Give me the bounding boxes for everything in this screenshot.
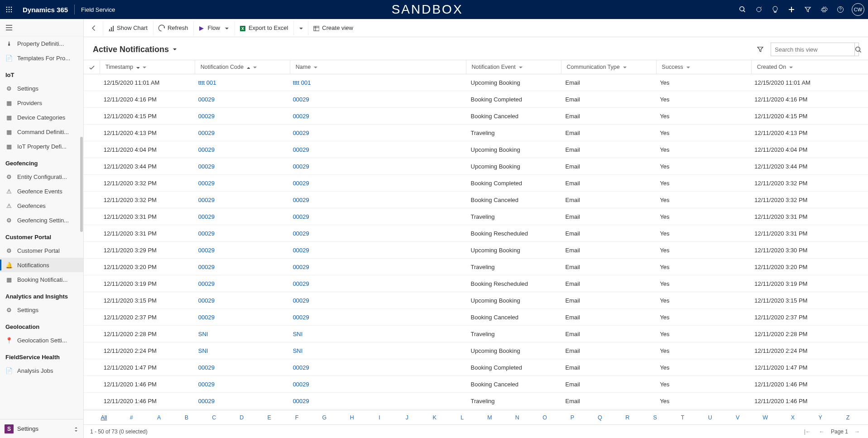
- sidebar-item[interactable]: 📄Analysis Jobs: [0, 363, 83, 378]
- sidebar-item[interactable]: ⚙Settings: [0, 81, 83, 96]
- sidebar-item[interactable]: ▦Providers: [0, 96, 83, 110]
- table-row[interactable]: 12/11/2020 1:47 PM0002900029Booking Comp…: [84, 359, 868, 376]
- alpha-b[interactable]: B: [173, 414, 201, 421]
- cell-code[interactable]: 00029: [195, 146, 289, 153]
- cell-name[interactable]: 00029: [289, 96, 467, 103]
- module-label[interactable]: Field Service: [77, 6, 120, 13]
- table-row[interactable]: 12/11/2020 3:31 PM0002900029Booking Resc…: [84, 225, 868, 242]
- cell-name[interactable]: 00029: [289, 130, 467, 136]
- new-icon[interactable]: [784, 0, 799, 19]
- ideas-icon[interactable]: [767, 0, 783, 19]
- table-row[interactable]: 12/11/2020 2:28 PMSNISNITravelingEmailYe…: [84, 326, 868, 342]
- alpha-t[interactable]: T: [669, 414, 696, 421]
- cell-code[interactable]: 00029: [195, 163, 289, 170]
- table-row[interactable]: 12/11/2020 4:13 PM0002900029TravelingEma…: [84, 125, 868, 141]
- alpha-h[interactable]: H: [338, 414, 366, 421]
- sidebar-item[interactable]: ⚙Entity Configurati...: [0, 169, 83, 184]
- cell-name[interactable]: 00029: [289, 230, 467, 237]
- search-input[interactable]: [771, 46, 854, 53]
- cell-name[interactable]: 00029: [289, 197, 467, 203]
- table-row[interactable]: 12/11/2020 3:32 PM0002900029Booking Canc…: [84, 192, 868, 208]
- table-row[interactable]: 12/11/2020 1:46 PM0002900029TravelingEma…: [84, 393, 868, 409]
- alpha-r[interactable]: R: [614, 414, 641, 421]
- cell-name[interactable]: 00029: [289, 163, 467, 170]
- alpha-a[interactable]: A: [145, 414, 173, 421]
- filter-icon[interactable]: [800, 0, 815, 19]
- alpha-x[interactable]: X: [779, 414, 806, 421]
- cell-code[interactable]: 00029: [195, 314, 289, 321]
- alpha-#[interactable]: #: [118, 414, 145, 421]
- avatar[interactable]: CW: [852, 3, 864, 16]
- alpha-u[interactable]: U: [696, 414, 724, 421]
- sidebar-item[interactable]: ▦Device Categories: [0, 110, 83, 125]
- cell-code[interactable]: 00029: [195, 264, 289, 270]
- cell-code[interactable]: 00029: [195, 398, 289, 404]
- cell-name[interactable]: 00029: [289, 398, 467, 404]
- cell-name[interactable]: 00029: [289, 264, 467, 270]
- cell-name[interactable]: 00029: [289, 247, 467, 254]
- show-chart-button[interactable]: Show Chart: [103, 21, 152, 35]
- export-excel-button[interactable]: Export to Excel: [235, 21, 293, 35]
- cell-code[interactable]: 00029: [195, 197, 289, 203]
- table-row[interactable]: 12/11/2020 3:29 PM0002900029Upcoming Boo…: [84, 242, 868, 259]
- cell-code[interactable]: 00029: [195, 180, 289, 187]
- sidebar-item[interactable]: ⚙Geofencing Settin...: [0, 213, 83, 227]
- sidebar-item[interactable]: ▦IoT Property Defi...: [0, 139, 83, 154]
- sidebar-scrollbar[interactable]: [80, 137, 83, 232]
- cell-code[interactable]: 00029: [195, 247, 289, 254]
- alpha-k[interactable]: K: [421, 414, 448, 421]
- cell-code[interactable]: 00029: [195, 96, 289, 103]
- open-filter-pane[interactable]: [754, 43, 766, 55]
- cell-code[interactable]: tttt 001: [195, 79, 289, 86]
- alpha-l[interactable]: L: [448, 414, 476, 421]
- sidebar-toggle[interactable]: [0, 19, 83, 36]
- search-submit[interactable]: [854, 43, 861, 56]
- table-row[interactable]: 12/15/2020 11:01 AMtttt 001tttt 001Upcom…: [84, 74, 868, 91]
- flow-button[interactable]: Flow: [193, 21, 233, 35]
- cell-code[interactable]: 00029: [195, 297, 289, 304]
- alpha-o[interactable]: O: [531, 414, 559, 421]
- cell-code[interactable]: 00029: [195, 213, 289, 220]
- cell-name[interactable]: 00029: [289, 280, 467, 287]
- alpha-m[interactable]: M: [476, 414, 504, 421]
- table-row[interactable]: 12/11/2020 4:16 PM0002900029Booking Comp…: [84, 91, 868, 108]
- sidebar-area-switcher[interactable]: S Settings: [0, 419, 83, 438]
- col-timestamp[interactable]: Timestamp: [103, 64, 195, 70]
- back-button[interactable]: [86, 24, 102, 32]
- table-row[interactable]: 12/11/2020 3:44 PM0002900029Upcoming Boo…: [84, 158, 868, 175]
- cell-name[interactable]: 00029: [289, 364, 467, 371]
- alpha-g[interactable]: G: [311, 414, 338, 421]
- cell-code[interactable]: 00029: [195, 381, 289, 388]
- col-created[interactable]: Created On: [754, 64, 868, 70]
- sidebar-item[interactable]: 📄Templates For Pro...: [0, 51, 83, 65]
- sidebar-item[interactable]: ⚙Customer Portal: [0, 243, 83, 258]
- table-row[interactable]: 12/11/2020 3:31 PM0002900029TravelingEma…: [84, 208, 868, 225]
- search-icon[interactable]: [735, 0, 750, 19]
- cell-code[interactable]: SNI: [195, 347, 289, 354]
- cell-code[interactable]: 00029: [195, 364, 289, 371]
- table-row[interactable]: 12/11/2020 3:19 PM0002900029Booking Resc…: [84, 275, 868, 292]
- table-row[interactable]: 12/11/2020 2:37 PM0002900029Booking Canc…: [84, 309, 868, 326]
- table-row[interactable]: 12/11/2020 1:46 PM0002900029Booking Canc…: [84, 376, 868, 393]
- alpha-e[interactable]: E: [255, 414, 283, 421]
- sidebar-item[interactable]: ▦Booking Notificati...: [0, 272, 83, 287]
- col-name[interactable]: Name: [293, 64, 466, 70]
- create-view-button[interactable]: Create view: [308, 21, 358, 35]
- cell-name[interactable]: 00029: [289, 314, 467, 321]
- cell-name[interactable]: SNI: [289, 331, 467, 337]
- cell-name[interactable]: 00029: [289, 297, 467, 304]
- table-row[interactable]: 12/11/2020 2:24 PMSNISNIUpcoming Booking…: [84, 342, 868, 359]
- sidebar-item[interactable]: 🌡Property Definiti...: [0, 36, 83, 51]
- app-launcher-icon[interactable]: [0, 6, 18, 13]
- alpha-y[interactable]: Y: [806, 414, 834, 421]
- alpha-f[interactable]: F: [283, 414, 311, 421]
- sidebar-item[interactable]: 🔔Notifications: [0, 258, 83, 272]
- alpha-d[interactable]: D: [228, 414, 255, 421]
- next-page[interactable]: →: [853, 428, 862, 435]
- sidebar-item[interactable]: ⚠Geofences: [0, 198, 83, 213]
- sidebar-item[interactable]: ▦Command Definiti...: [0, 125, 83, 139]
- table-row[interactable]: 12/11/2020 4:04 PM0002900029Upcoming Boo…: [84, 141, 868, 158]
- cell-name[interactable]: 00029: [289, 113, 467, 120]
- sidebar-item[interactable]: 📍Geolocation Setti...: [0, 333, 83, 347]
- first-page[interactable]: |←: [802, 428, 813, 435]
